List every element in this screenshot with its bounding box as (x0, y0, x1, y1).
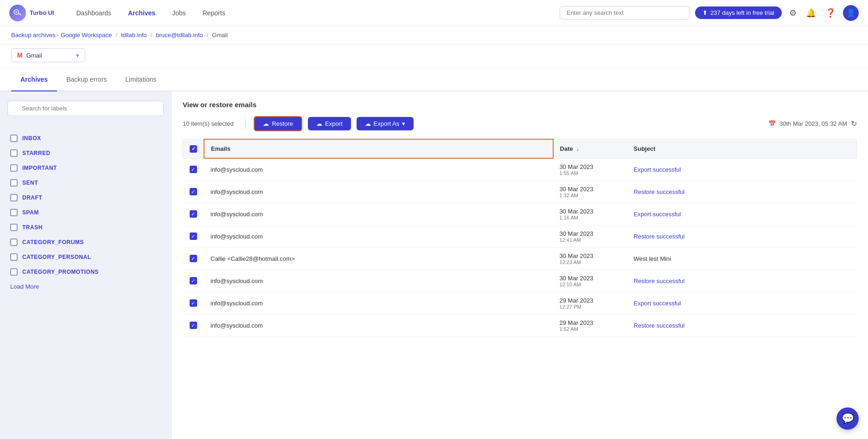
row-subject: West lest Mini (627, 247, 857, 270)
row-checkbox-3[interactable]: ✓ (190, 232, 197, 240)
table-row: ✓info@syscloud.com30 Mar 20231:55 AMExpo… (183, 158, 857, 181)
subject-link[interactable]: Export successful (634, 211, 681, 218)
subject-link[interactable]: Export successful (634, 300, 681, 307)
label-checkbox-trash[interactable] (10, 224, 18, 231)
tab-limitations[interactable]: Limitations (116, 68, 166, 91)
label-list: INBOX STARRED IMPORTANT SENT DRAFT SPAM (7, 131, 164, 279)
label-text-starred: STARRED (22, 150, 51, 156)
row-email: Callie <Callie28@hotmail.com> (204, 247, 553, 270)
label-item-important[interactable]: IMPORTANT (7, 161, 164, 175)
search-input[interactable] (560, 6, 689, 19)
avatar-button[interactable]: 👤 (843, 5, 859, 21)
label-item-category-personal[interactable]: CATEGORY_PERSONAL (7, 250, 164, 265)
subject-link[interactable]: Restore successful (634, 233, 685, 240)
label-item-sent[interactable]: SENT (7, 175, 164, 190)
label-item-category-promotions[interactable]: CATEGORY_PROMOTIONS (7, 265, 164, 279)
calendar-icon: 📅 (768, 120, 776, 127)
row-checkbox-cell: ✓ (183, 247, 204, 270)
row-checkbox-cell: ✓ (183, 158, 204, 181)
subject-link[interactable]: Export successful (634, 166, 681, 173)
label-checkbox-starred[interactable] (10, 149, 18, 157)
breadcrumb-link-bruce[interactable]: bruce@tdllab.info (156, 32, 203, 39)
app-logo[interactable]: Turbo UI (9, 5, 54, 21)
row-date: 30 Mar 20231:32 AM (553, 181, 627, 203)
sort-down-icon: ↓ (576, 146, 579, 152)
row-checkbox-2[interactable]: ✓ (190, 210, 197, 218)
export-icon: ☁ (316, 120, 322, 127)
chat-bubble-button[interactable]: 💬 (836, 407, 859, 430)
table-row: ✓info@syscloud.com30 Mar 20231:16 AMExpo… (183, 203, 857, 225)
label-checkbox-sent[interactable] (10, 179, 18, 187)
nav-reports[interactable]: Reports (195, 6, 233, 20)
label-checkbox-inbox[interactable] (10, 135, 18, 142)
subject-link[interactable]: Restore successful (634, 278, 685, 284)
row-subject: Restore successful (627, 314, 857, 336)
label-checkbox-category-promotions[interactable] (10, 268, 18, 276)
row-date: 30 Mar 202312:23 AM (553, 247, 627, 270)
gmail-icon: M (17, 52, 23, 59)
help-button[interactable]: ❓ (823, 6, 837, 20)
label-item-inbox[interactable]: INBOX (7, 131, 164, 146)
section-title: View or restore emails (183, 101, 857, 109)
row-checkbox-1[interactable]: ✓ (190, 188, 197, 195)
logo-text: Turbo UI (30, 9, 54, 16)
export-as-icon: ☁ (365, 120, 371, 127)
tab-backup-errors[interactable]: Backup errors (57, 68, 116, 91)
table-header-row: ✓ Emails Date ↓ Subject (183, 139, 857, 158)
table-row: ✓info@syscloud.com29 Mar 202312:27 PMExp… (183, 292, 857, 314)
tabs-bar: Archives Backup errors Limitations (0, 68, 868, 91)
row-checkbox-4[interactable]: ✓ (190, 255, 197, 262)
refresh-button[interactable]: ↻ (851, 119, 857, 128)
row-email: info@syscloud.com (204, 203, 553, 225)
label-search-input[interactable] (7, 101, 164, 116)
select-all-checkbox[interactable]: ✓ (190, 145, 197, 153)
export-button[interactable]: ☁ Export (308, 117, 351, 130)
svg-point-1 (15, 11, 17, 13)
row-checkbox-0[interactable]: ✓ (190, 166, 197, 173)
subject-link[interactable]: Restore successful (634, 188, 685, 195)
label-item-category-forums[interactable]: CATEGORY_FORUMS (7, 235, 164, 250)
row-email: info@syscloud.com (204, 270, 553, 292)
row-email: info@syscloud.com (204, 181, 553, 203)
label-checkbox-category-forums[interactable] (10, 239, 18, 246)
export-as-button[interactable]: ☁ Export As ▾ (357, 117, 414, 130)
gmail-dropdown[interactable]: M Gmail ▾ (11, 48, 85, 62)
breadcrumb-link-workspace[interactable]: Backup archives - Google Workspace (11, 32, 112, 39)
notifications-button[interactable]: 🔔 (804, 6, 818, 20)
load-more-button[interactable]: Load More (7, 279, 42, 294)
row-checkbox-6[interactable]: ✓ (190, 299, 197, 307)
label-item-spam[interactable]: SPAM (7, 205, 164, 220)
nav-dashboards[interactable]: Dashboards (69, 6, 119, 20)
row-date: 29 Mar 20231:52 AM (553, 314, 627, 336)
row-checkbox-7[interactable]: ✓ (190, 322, 197, 329)
label-item-starred[interactable]: STARRED (7, 146, 164, 161)
row-checkbox-cell: ✓ (183, 181, 204, 203)
breadcrumb-link-tdllab[interactable]: tdllab.info (121, 32, 147, 39)
row-subject: Export successful (627, 292, 857, 314)
settings-button[interactable]: ⚙ (787, 6, 798, 20)
label-text-category-personal: CATEGORY_PERSONAL (22, 254, 91, 260)
row-subject: Export successful (627, 203, 857, 225)
row-checkbox-5[interactable]: ✓ (190, 277, 197, 284)
tab-archives[interactable]: Archives (11, 68, 57, 91)
label-checkbox-spam[interactable] (10, 209, 18, 216)
label-text-inbox: INBOX (22, 135, 41, 142)
row-subject: Export successful (627, 158, 857, 181)
nav-jobs[interactable]: Jobs (165, 6, 193, 20)
label-checkbox-draft[interactable] (10, 194, 18, 201)
label-item-trash[interactable]: TRASH (7, 220, 164, 235)
trial-badge: ⬆ 237 days left in free trial (695, 6, 782, 19)
label-item-draft[interactable]: DRAFT (7, 190, 164, 205)
header-date[interactable]: Date ↓ (553, 139, 627, 158)
label-checkbox-category-personal[interactable] (10, 253, 18, 261)
row-email: info@syscloud.com (204, 292, 553, 314)
restore-button[interactable]: ☁ Restore (254, 116, 302, 131)
nav-archives[interactable]: Archives (121, 6, 163, 20)
label-checkbox-important[interactable] (10, 164, 18, 172)
upload-icon: ⬆ (702, 9, 708, 16)
row-checkbox-cell: ✓ (183, 314, 204, 336)
main-content: 🔍 INBOX STARRED IMPORTANT SENT DR (0, 91, 868, 439)
row-date: 30 Mar 202312:10 AM (553, 270, 627, 292)
subject-link[interactable]: Restore successful (634, 322, 685, 329)
label-text-important: IMPORTANT (22, 165, 57, 171)
